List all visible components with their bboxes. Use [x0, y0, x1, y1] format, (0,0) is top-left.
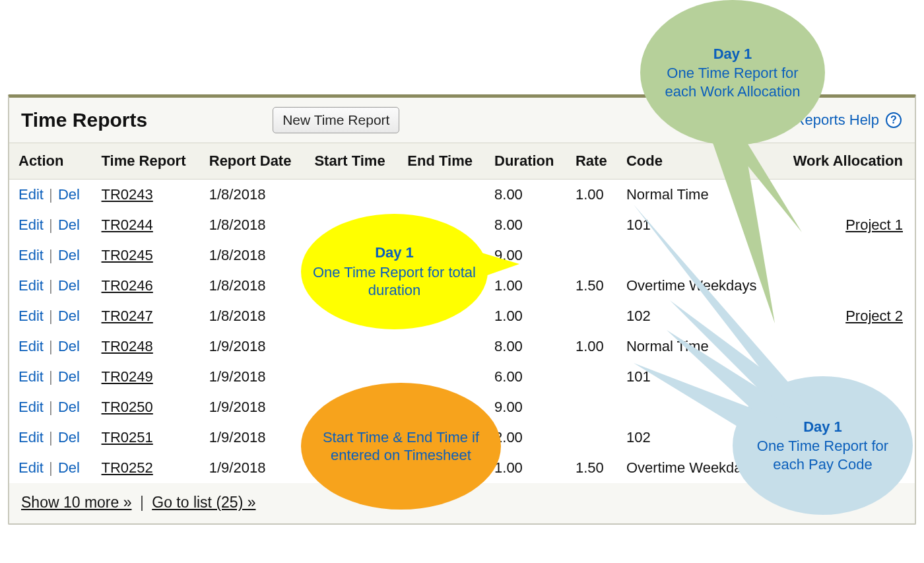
cell-time-report: TR0251: [92, 422, 200, 453]
col-work-allocation: Work Allocation: [774, 143, 915, 180]
time-report-link[interactable]: TR0244: [102, 216, 153, 233]
cell-code: [617, 240, 774, 271]
del-link[interactable]: Del: [58, 459, 80, 476]
cell-time-report: TR0246: [92, 271, 200, 301]
cell-time-report: TR0248: [92, 331, 200, 362]
cell-report-date: 1/8/2018: [200, 271, 306, 301]
callout-body: One Time Report for each Pay Code: [744, 437, 901, 473]
cell-code: 102: [617, 301, 774, 331]
new-time-report-button[interactable]: New Time Report: [273, 107, 399, 133]
cell-action: Edit | Del: [9, 210, 92, 240]
callout-body: One Time Report for total duration: [313, 263, 476, 300]
col-action: Action: [9, 143, 92, 180]
del-link[interactable]: Del: [58, 338, 80, 354]
time-report-link[interactable]: TR0243: [102, 186, 153, 203]
edit-link[interactable]: Edit: [18, 399, 44, 415]
cell-rate: 1.50: [566, 271, 617, 301]
cell-rate: 1.50: [566, 453, 617, 483]
action-separator: |: [44, 186, 58, 203]
callout-title: Day 1: [713, 45, 752, 63]
time-report-link[interactable]: TR0252: [102, 459, 153, 476]
show-more-link[interactable]: Show 10 more »: [21, 494, 131, 511]
cell-action: Edit | Del: [9, 180, 92, 211]
cell-duration: 9.00: [485, 240, 566, 271]
cell-action: Edit | Del: [9, 271, 92, 301]
cell-duration: 8.00: [485, 331, 566, 362]
cell-report-date: 1/9/2018: [200, 453, 306, 483]
del-link[interactable]: Del: [58, 368, 80, 385]
cell-action: Edit | Del: [9, 453, 92, 483]
time-report-link[interactable]: TR0248: [102, 338, 153, 354]
cell-duration: 1.00: [485, 301, 566, 331]
cell-action: Edit | Del: [9, 301, 92, 331]
del-link[interactable]: Del: [58, 308, 80, 324]
edit-link[interactable]: Edit: [18, 186, 44, 203]
edit-link[interactable]: Edit: [18, 216, 44, 233]
del-link[interactable]: Del: [58, 429, 80, 446]
col-end-time: End Time: [398, 143, 485, 180]
del-link[interactable]: Del: [58, 216, 80, 233]
time-report-link[interactable]: TR0246: [102, 277, 153, 294]
work-allocation-link[interactable]: Project 2: [845, 308, 903, 324]
cell-end-time: [398, 180, 485, 211]
cell-work-allocation: [774, 331, 915, 362]
footer-separator: |: [136, 494, 148, 511]
cell-time-report: TR0250: [92, 392, 200, 422]
cell-code: Overtime Weekdays: [617, 271, 774, 301]
time-report-link[interactable]: TR0245: [102, 247, 153, 263]
action-separator: |: [44, 338, 58, 354]
action-separator: |: [44, 429, 58, 446]
cell-report-date: 1/9/2018: [200, 331, 306, 362]
cell-work-allocation: [774, 271, 915, 301]
edit-link[interactable]: Edit: [18, 429, 44, 446]
cell-work-allocation: [774, 240, 915, 271]
time-report-link[interactable]: TR0251: [102, 429, 153, 446]
edit-link[interactable]: Edit: [18, 308, 44, 324]
cell-time-report: TR0252: [92, 453, 200, 483]
go-to-list-link[interactable]: Go to list (25) »: [152, 494, 255, 511]
callout-body: One Time Report for each Work Allocation: [652, 64, 813, 100]
edit-link[interactable]: Edit: [18, 459, 44, 476]
del-link[interactable]: Del: [58, 399, 80, 415]
cell-work-allocation: [774, 180, 915, 211]
cell-time-report: TR0245: [92, 240, 200, 271]
cell-report-date: 1/9/2018: [200, 422, 306, 453]
table-header-row: Action Time Report Report Date Start Tim…: [9, 143, 915, 180]
callout-total-duration: Day 1 One Time Report for total duration: [301, 214, 488, 329]
col-report-date: Report Date: [200, 143, 306, 180]
action-separator: |: [44, 399, 58, 415]
time-report-link[interactable]: TR0249: [102, 368, 153, 385]
cell-duration: 8.00: [485, 180, 566, 211]
edit-link[interactable]: Edit: [18, 277, 44, 294]
cell-report-date: 1/9/2018: [200, 392, 306, 422]
cell-end-time: [398, 331, 485, 362]
col-duration: Duration: [485, 143, 566, 180]
cell-time-report: TR0247: [92, 301, 200, 331]
time-report-link[interactable]: TR0250: [102, 399, 153, 415]
cell-report-date: 1/8/2018: [200, 210, 306, 240]
cell-code: 101: [617, 210, 774, 240]
del-link[interactable]: Del: [58, 186, 80, 203]
panel-title: Time Reports: [21, 109, 147, 131]
cell-action: Edit | Del: [9, 331, 92, 362]
del-link[interactable]: Del: [58, 247, 80, 263]
action-separator: |: [44, 216, 58, 233]
action-separator: |: [44, 368, 58, 385]
time-report-link[interactable]: TR0247: [102, 308, 153, 324]
action-separator: |: [44, 308, 58, 324]
cell-action: Edit | Del: [9, 362, 92, 392]
cell-rate: 1.00: [566, 180, 617, 211]
edit-link[interactable]: Edit: [18, 338, 44, 354]
cell-rate: [566, 422, 617, 453]
cell-rate: [566, 210, 617, 240]
action-separator: |: [44, 459, 58, 476]
del-link[interactable]: Del: [58, 277, 80, 294]
callout-title: Day 1: [375, 244, 414, 262]
help-icon[interactable]: ?: [886, 112, 902, 128]
cell-duration: 8.00: [485, 210, 566, 240]
work-allocation-link[interactable]: Project 1: [845, 216, 903, 233]
edit-link[interactable]: Edit: [18, 247, 44, 263]
cell-action: Edit | Del: [9, 422, 92, 453]
cell-rate: [566, 362, 617, 392]
edit-link[interactable]: Edit: [18, 368, 44, 385]
